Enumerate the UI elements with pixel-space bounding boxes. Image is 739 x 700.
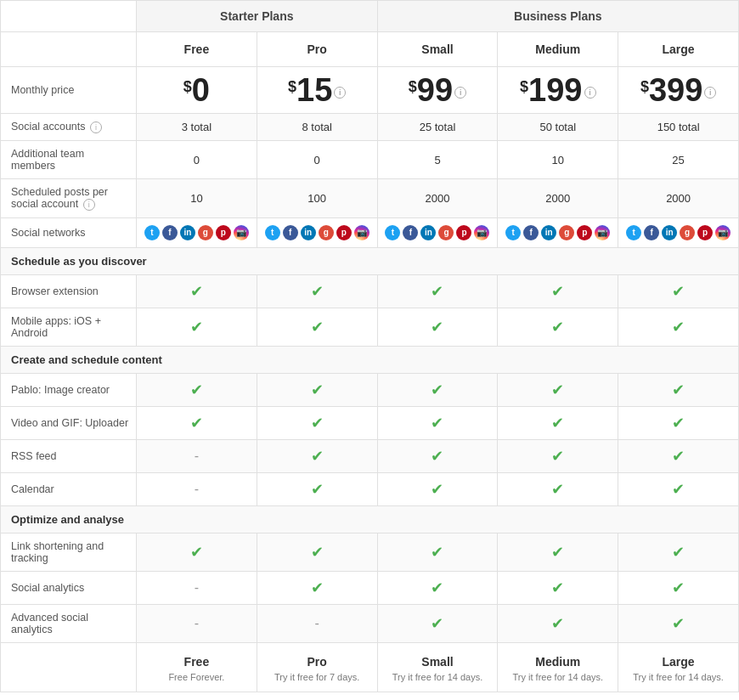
check-icon: ✔ [311, 319, 324, 336]
rss-free: - [137, 439, 257, 472]
dash-icon: - [195, 580, 199, 595]
browser-ext-free: ✔ [137, 274, 257, 308]
mobile-apps-pro: ✔ [257, 308, 377, 346]
social-analytics-row: Social analytics - ✔ ✔ ✔ ✔ [1, 571, 739, 604]
facebook-icon-pro: f [283, 225, 298, 240]
advanced-analytics-pro: - [257, 604, 377, 642]
plan-name-row: Free Pro Small Medium Large [1, 32, 739, 67]
video-gif-row: Video and GIF: Uploader ✔ ✔ ✔ ✔ ✔ [1, 406, 739, 439]
footer-free: Free Free Forever. [137, 642, 257, 692]
check-icon: ✔ [311, 283, 324, 300]
check-icon: ✔ [190, 415, 203, 432]
footer-pro: Pro Try it free for 7 days. [257, 642, 377, 692]
rss-medium: ✔ [498, 439, 618, 472]
scheduled-posts-label: Scheduled posts per social account i [1, 179, 137, 218]
instagram-icon-pro: 📷 [354, 225, 370, 240]
dash-icon: - [195, 449, 199, 463]
check-icon: ✔ [431, 381, 443, 398]
browser-ext-small: ✔ [377, 274, 498, 308]
advanced-analytics-small: ✔ [377, 604, 498, 642]
check-icon: ✔ [551, 415, 564, 432]
check-icon: ✔ [190, 381, 203, 398]
browser-extension-row: Browser extension ✔ ✔ ✔ ✔ ✔ [1, 274, 739, 308]
large-price-info[interactable]: i [704, 87, 716, 99]
check-icon: ✔ [311, 544, 324, 561]
check-icon: ✔ [551, 579, 564, 596]
schedule-section-row: Schedule as you discover [1, 247, 739, 274]
linkedin-icon-pro: in [301, 225, 316, 240]
scheduled-posts-pro: 100 [257, 179, 377, 218]
facebook-icon-small: f [403, 225, 418, 240]
optimize-section-label: Optimize and analyse [1, 505, 739, 533]
mobile-apps-free: ✔ [137, 308, 257, 346]
social-analytics-large: ✔ [618, 571, 739, 604]
link-shortening-label: Link shortening and tracking [1, 533, 137, 571]
advanced-analytics-large: ✔ [618, 604, 739, 642]
calendar-large: ✔ [618, 472, 739, 505]
business-group-header: Business Plans [377, 1, 738, 32]
check-icon: ✔ [672, 579, 685, 596]
scheduled-posts-row: Scheduled posts per social account i 10 … [1, 179, 739, 218]
check-icon: ✔ [431, 283, 443, 300]
linkedin-icon-medium: in [541, 225, 556, 240]
browser-extension-label: Browser extension [1, 274, 137, 308]
social-analytics-small: ✔ [377, 571, 498, 604]
check-icon: ✔ [431, 319, 443, 336]
check-icon: ✔ [311, 481, 324, 498]
social-accounts-medium: 50 total [498, 114, 618, 141]
check-icon: ✔ [431, 448, 443, 465]
medium-price-info[interactable]: i [584, 87, 596, 99]
check-icon: ✔ [551, 381, 564, 398]
social-accounts-large: 150 total [618, 114, 739, 141]
starter-group-header: Starter Plans [137, 1, 378, 32]
check-icon: ✔ [672, 381, 685, 398]
advanced-analytics-free: - [137, 604, 257, 642]
pro-price-info[interactable]: i [334, 87, 346, 99]
additional-team-free: 0 [137, 141, 257, 179]
check-icon: ✔ [190, 283, 203, 300]
social-analytics-medium: ✔ [498, 571, 618, 604]
facebook-icon-large: f [644, 225, 659, 240]
dash-icon: - [195, 616, 199, 630]
pinterest-icon-medium: p [577, 225, 592, 240]
additional-team-pro: 0 [257, 141, 377, 179]
small-price-info[interactable]: i [454, 87, 466, 99]
check-icon: ✔ [190, 544, 203, 561]
calendar-row: Calendar - ✔ ✔ ✔ ✔ [1, 472, 739, 505]
footer-row: Free Free Forever. Pro Try it free for 7… [1, 642, 739, 692]
check-icon: ✔ [672, 283, 685, 300]
plan-name-medium: Medium [498, 32, 618, 67]
check-icon: ✔ [551, 481, 564, 498]
schedule-section-label: Schedule as you discover [1, 247, 739, 274]
check-icon: ✔ [672, 319, 685, 336]
footer-plan-sub-medium: Try it free for 14 days. [513, 672, 604, 682]
instagram-icon-small: 📷 [474, 225, 489, 240]
additional-team-label: Additional team members [1, 141, 137, 179]
check-icon: ✔ [431, 415, 443, 432]
pablo-medium: ✔ [498, 373, 618, 406]
pricing-table: Starter Plans Business Plans Free Pro Sm… [0, 0, 739, 692]
advanced-analytics-label: Advanced social analytics [1, 604, 137, 642]
dash-icon: - [195, 482, 199, 496]
twitter-icon-free: t [144, 225, 160, 240]
scheduled-posts-large: 2000 [618, 179, 739, 218]
video-gif-free: ✔ [137, 406, 257, 439]
footer-plan-sub-free: Free Forever. [168, 672, 224, 682]
calendar-pro: ✔ [257, 472, 377, 505]
check-icon: ✔ [672, 448, 685, 465]
check-icon: ✔ [431, 481, 443, 498]
pinterest-icon-large: p [697, 225, 713, 240]
social-accounts-small: 25 total [377, 114, 498, 141]
pinterest-icon-small: p [456, 225, 471, 240]
pablo-free: ✔ [137, 373, 257, 406]
additional-team-row: Additional team members 0 0 5 10 25 [1, 141, 739, 179]
scheduled-posts-info[interactable]: i [83, 199, 95, 211]
social-accounts-info[interactable]: i [90, 121, 102, 133]
plan-name-large: Large [618, 32, 739, 67]
link-short-small: ✔ [377, 533, 498, 571]
video-gif-large: ✔ [618, 406, 739, 439]
facebook-icon-free: f [162, 225, 178, 240]
link-short-free: ✔ [137, 533, 257, 571]
linkedin-icon-free: in [180, 225, 195, 240]
check-icon: ✔ [431, 615, 443, 632]
